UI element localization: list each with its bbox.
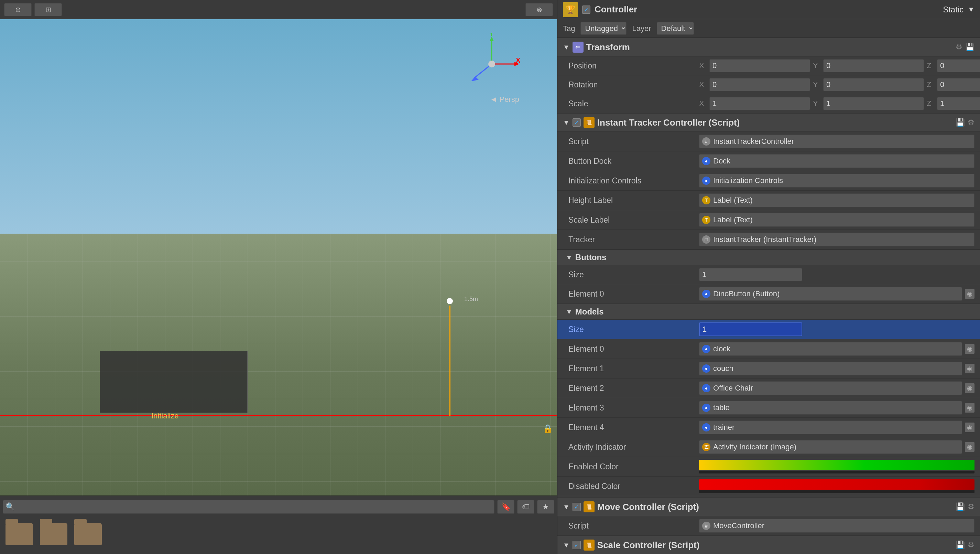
enabled-color-wrap[interactable] — [699, 460, 975, 474]
height-label-ref[interactable]: T Label (Text) — [699, 193, 975, 207]
rotation-y-input[interactable] — [823, 78, 924, 91]
tag-select[interactable]: Untagged — [581, 22, 627, 35]
rotation-x-input[interactable] — [710, 78, 810, 91]
search-input[interactable] — [3, 500, 495, 514]
model-element0-ref[interactable]: ● clock — [699, 342, 962, 356]
init-controls-ref[interactable]: ● Initialization Controls — [699, 174, 975, 188]
disabled-color-bar[interactable] — [699, 479, 975, 490]
tracker-ref[interactable]: □ InstantTracker (InstantTracker) — [699, 233, 975, 246]
transform-gear-icon[interactable]: ⚙ — [956, 43, 963, 52]
buttons-subsection[interactable]: ▼ Buttons — [557, 249, 980, 265]
position-z-input[interactable] — [937, 59, 980, 72]
move-controller-save-icon[interactable]: 💾 — [956, 502, 965, 511]
rot-z-label: Z — [927, 80, 934, 89]
enabled-color-row: Enabled Color — [557, 457, 980, 477]
scale-label-icon: T — [702, 216, 710, 224]
enabled-color-bar[interactable] — [699, 460, 975, 470]
inspector-name: Controller — [595, 4, 939, 15]
checkbox-wrap: ✓ — [582, 5, 590, 14]
scale-controller-save-icon[interactable]: 💾 — [956, 541, 965, 549]
rotation-row: Rotation X Y Z — [557, 75, 980, 94]
move-controller-section-header[interactable]: ▼ ✓ 📜 Move Controller (Script) 💾 ⚙ — [557, 498, 980, 516]
layer-select[interactable]: Default — [657, 22, 694, 35]
buttons-element0-row: Element 0 ● DinoButton (Button) ◉ — [557, 284, 980, 304]
buttons-element0-picker[interactable]: ◉ — [965, 289, 975, 299]
scale-x-input[interactable] — [710, 97, 810, 110]
instant-tracker-checkbox-wrap: ✓ — [573, 118, 581, 127]
search-bar-row: 🔍 🔖 🏷 ★ — [3, 499, 554, 515]
scale-z-input[interactable] — [937, 97, 980, 110]
models-subsection[interactable]: ▼ Models — [557, 304, 980, 320]
toolbar-btn-1[interactable]: ⊕ — [4, 3, 32, 16]
enabled-color-label: Enabled Color — [568, 462, 699, 471]
model-element1-ref[interactable]: ● couch — [699, 362, 962, 375]
rot-x-label: X — [699, 80, 706, 89]
model-element4-picker[interactable]: ◉ — [965, 423, 975, 432]
model-element0-row: Element 0 ● clock ◉ — [557, 339, 980, 359]
move-controller-gear-icon[interactable]: ⚙ — [967, 502, 975, 511]
buttons-size-input[interactable] — [699, 268, 802, 281]
model-element4-ref[interactable]: ● trainer — [699, 420, 962, 434]
tag-btn[interactable]: 🏷 — [517, 500, 535, 514]
disabled-color-label: Disabled Color — [568, 482, 699, 491]
activity-indicator-picker[interactable]: ◉ — [965, 442, 975, 452]
model-element2-icon: ● — [702, 384, 710, 392]
init-controls-value: Initialization Controls — [713, 176, 783, 185]
position-y-input[interactable] — [823, 59, 924, 72]
scene-view[interactable]: Initialize 1.5m Y X ◄ P — [0, 19, 557, 495]
model-element3-ref[interactable]: ● table — [699, 401, 962, 415]
buttons-size-row: Size — [557, 265, 980, 284]
scale-label-prop-label: Scale Label — [568, 216, 699, 225]
transform-section-header[interactable]: ▼ ⇐ Transform ⚙ 💾 — [557, 38, 980, 56]
model-element4-row: Element 4 ● trainer ◉ — [557, 418, 980, 437]
active-checkbox[interactable]: ✓ — [582, 5, 590, 14]
model-element2-picker[interactable]: ◉ — [965, 383, 975, 393]
scale-controller-gear-icon[interactable]: ⚙ — [967, 541, 975, 549]
disabled-color-row: Disabled Color — [557, 477, 980, 496]
folder-item-1[interactable] — [5, 523, 33, 545]
toolbar-btn-2[interactable]: ⊞ — [34, 3, 62, 16]
white-dot — [447, 298, 453, 304]
button-dock-value: Dock — [713, 156, 730, 166]
scene-grid — [0, 234, 557, 495]
model-element2-row: Element 2 ● Office Chair ◉ — [557, 378, 980, 398]
instant-tracker-section-header[interactable]: ▼ ✓ 📜 Instant Tracker Controller (Script… — [557, 113, 980, 132]
star-btn[interactable]: ★ — [537, 500, 554, 514]
instant-tracker-save-icon[interactable]: 💾 — [956, 118, 965, 127]
folder-icon-3 — [74, 523, 102, 545]
transform-title: Transform — [586, 42, 953, 53]
scene-toolbar: ⊕ ⊞ ⊛ — [0, 0, 557, 19]
rotation-z-input[interactable] — [937, 78, 980, 91]
move-controller-checkbox[interactable]: ✓ — [573, 503, 581, 511]
models-size-input[interactable] — [699, 323, 802, 336]
bookmark-btn[interactable]: 🔖 — [497, 500, 514, 514]
model-element1-picker[interactable]: ◉ — [965, 364, 975, 374]
scale-y-input[interactable] — [823, 97, 924, 110]
svg-text:Y: Y — [489, 33, 494, 37]
toolbar-btn-3[interactable]: ⊛ — [525, 3, 553, 16]
instant-tracker-checkbox[interactable]: ✓ — [573, 118, 581, 127]
scale-controller-arrow-icon: ▼ — [563, 541, 570, 549]
model-element2-ref[interactable]: ● Office Chair — [699, 381, 962, 395]
folder-item-2[interactable] — [40, 523, 67, 545]
button-dock-ref[interactable]: ● Dock — [699, 154, 975, 168]
svg-marker-1 — [490, 37, 494, 41]
static-dropdown-arrow[interactable]: ▼ — [967, 5, 975, 13]
scale-label-ref[interactable]: T Label (Text) — [699, 213, 975, 227]
model-element4-icon: ● — [702, 423, 710, 431]
distance-label: 1.5m — [464, 295, 478, 303]
instant-tracker-gear-icon[interactable]: ⚙ — [967, 118, 975, 127]
model-element3-picker[interactable]: ◉ — [965, 403, 975, 413]
activity-indicator-ref[interactable]: 🖼 Activity Indicator (Image) — [699, 440, 962, 454]
model-element1-icon: ● — [702, 364, 710, 373]
scale-controller-checkbox[interactable]: ✓ — [573, 541, 581, 549]
buttons-element0-ref[interactable]: ● DinoButton (Button) — [699, 287, 962, 301]
position-x-input[interactable] — [710, 59, 810, 72]
disabled-color-wrap[interactable] — [699, 479, 975, 493]
scale-x-label: X — [699, 99, 706, 108]
transform-save-icon[interactable]: 💾 — [965, 43, 975, 52]
model-element0-picker[interactable]: ◉ — [965, 344, 975, 354]
tag-layer-row: Tag Untagged Layer Default — [557, 19, 980, 38]
scale-controller-section-header[interactable]: ▼ ✓ 📜 Scale Controller (Script) 💾 ⚙ — [557, 536, 980, 554]
folder-item-3[interactable] — [74, 523, 102, 545]
